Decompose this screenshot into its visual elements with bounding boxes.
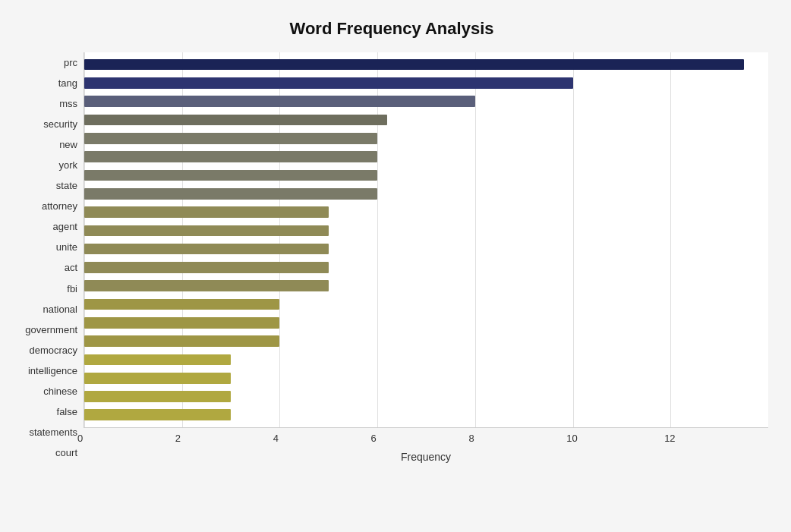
- bar-row: [84, 387, 768, 405]
- y-label: statements: [29, 427, 77, 437]
- bar: [84, 373, 231, 384]
- bar-row: [84, 166, 768, 184]
- bar-row: [84, 313, 768, 332]
- y-label: mss: [59, 99, 77, 109]
- bar: [84, 317, 279, 329]
- bar-row: [84, 74, 768, 92]
- bar-row: [84, 258, 768, 276]
- bar-row: [84, 93, 768, 111]
- bar-row: [84, 369, 768, 387]
- y-label: fbi: [67, 284, 77, 294]
- y-axis-labels: prctangmsssecuritynewyorkstateattorneyag…: [15, 52, 84, 463]
- bar: [84, 244, 329, 255]
- y-label: new: [59, 140, 77, 150]
- bar-row: [84, 184, 768, 203]
- bar: [84, 96, 475, 107]
- x-tick-label: 12: [664, 433, 675, 444]
- x-tick-label: 0: [77, 433, 83, 444]
- bar: [84, 262, 329, 273]
- bar: [84, 354, 231, 366]
- chart-title: Word Frequency Analysis: [15, 15, 768, 39]
- bar: [84, 391, 231, 402]
- y-label: security: [43, 119, 77, 129]
- y-label: act: [65, 263, 77, 272]
- bar-row: [84, 129, 768, 147]
- bars-container: [84, 52, 768, 427]
- y-label: york: [58, 160, 77, 170]
- x-tick-label: 4: [273, 433, 279, 444]
- bar-row: [84, 277, 768, 295]
- bar-row: [84, 295, 768, 313]
- bar-row: [84, 203, 768, 221]
- bar: [84, 133, 377, 144]
- bar: [84, 59, 744, 71]
- x-tick-label: 2: [175, 433, 181, 444]
- bar: [84, 151, 377, 162]
- bar: [84, 77, 573, 89]
- bar-row: [84, 147, 768, 165]
- y-label: chinese: [43, 386, 77, 396]
- y-label: national: [43, 304, 77, 314]
- y-label: unite: [56, 242, 77, 252]
- bar: [84, 299, 279, 310]
- x-tick-label: 10: [566, 433, 577, 444]
- x-tick-label: 8: [468, 433, 474, 444]
- plot-area: 024681012 Frequency: [84, 52, 768, 463]
- bar: [84, 170, 377, 181]
- bar-row: [84, 351, 768, 369]
- bar: [84, 206, 329, 218]
- bar-row: [84, 222, 768, 240]
- bar: [84, 225, 329, 237]
- bar-row: [84, 332, 768, 350]
- y-label: intelligence: [28, 366, 77, 376]
- chart-container: Word Frequency Analysis prctangmsssecuri…: [0, 0, 791, 532]
- y-label: government: [25, 325, 77, 335]
- x-axis-title: Frequency: [84, 451, 768, 463]
- x-tick-label: 6: [371, 433, 377, 444]
- bar: [84, 188, 377, 200]
- bar-row: [84, 406, 768, 424]
- y-label: state: [56, 181, 77, 190]
- bar-row: [84, 111, 768, 129]
- bar: [84, 280, 329, 291]
- bar-row: [84, 55, 768, 74]
- y-label: court: [55, 448, 77, 458]
- bar: [84, 115, 387, 126]
- x-axis-labels: 024681012: [84, 433, 768, 448]
- y-label: prc: [64, 58, 77, 68]
- grid-and-bars: [84, 52, 768, 428]
- y-label: tang: [58, 78, 77, 88]
- y-label: agent: [52, 222, 77, 231]
- bar: [84, 335, 279, 347]
- y-label: democracy: [29, 345, 77, 355]
- bar-row: [84, 240, 768, 258]
- bar: [84, 409, 231, 420]
- y-label: false: [57, 407, 77, 417]
- chart-area: prctangmsssecuritynewyorkstateattorneyag…: [15, 52, 768, 463]
- y-label: attorney: [42, 201, 77, 211]
